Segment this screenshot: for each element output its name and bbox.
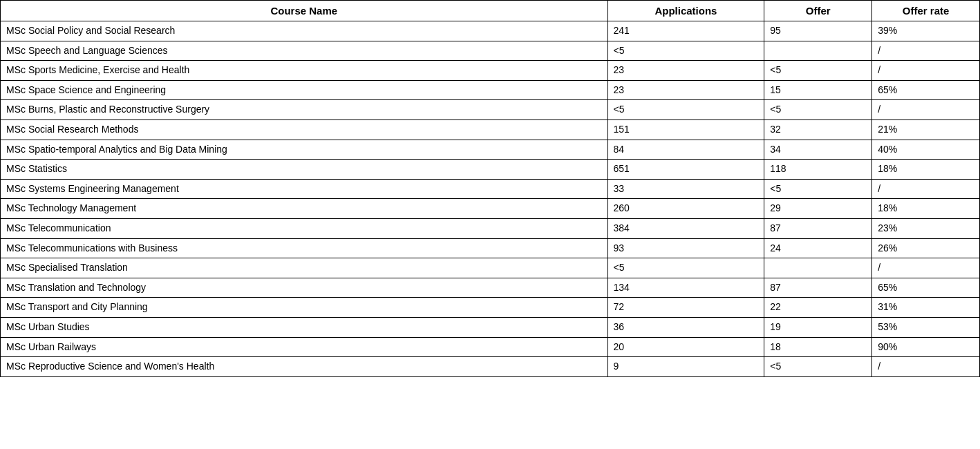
table-row: MSc Translation and Technology1348765% [1,278,980,298]
cell-3-2: 15 [764,80,872,100]
cell-10-0: MSc Telecommunication [1,218,608,238]
cell-7-2: 118 [764,160,872,180]
cell-10-3: 23% [872,218,980,238]
cell-15-1: 36 [607,317,764,337]
table-row: MSc Sports Medicine, Exercise and Health… [1,61,980,81]
table-row: MSc Systems Engineering Management33<5/ [1,179,980,199]
cell-17-0: MSc Reproductive Science and Women's Hea… [1,357,608,377]
cell-11-2: 24 [764,238,872,258]
header-offer: Offer [764,1,872,21]
cell-10-2: 87 [764,218,872,238]
cell-16-0: MSc Urban Railways [1,337,608,357]
cell-9-2: 29 [764,199,872,219]
table-row: MSc Space Science and Engineering231565% [1,80,980,100]
cell-4-2: <5 [764,100,872,120]
cell-5-1: 151 [607,120,764,140]
cell-11-0: MSc Telecommunications with Business [1,238,608,258]
cell-14-0: MSc Transport and City Planning [1,298,608,318]
table-row: MSc Spatio-temporal Analytics and Big Da… [1,140,980,160]
cell-10-1: 384 [607,218,764,238]
cell-12-2 [764,258,872,278]
cell-3-1: 23 [607,80,764,100]
cell-17-1: 9 [607,357,764,377]
table-row: MSc Statistics65111818% [1,160,980,180]
table-row: MSc Urban Railways201890% [1,337,980,357]
cell-16-3: 90% [872,337,980,357]
cell-4-1: <5 [607,100,764,120]
table-row: MSc Telecommunications with Business9324… [1,238,980,258]
table-row: MSc Urban Studies361953% [1,317,980,337]
cell-1-2 [764,41,872,61]
cell-13-0: MSc Translation and Technology [1,278,608,298]
cell-5-0: MSc Social Research Methods [1,120,608,140]
cell-8-2: <5 [764,179,872,199]
table-row: MSc Technology Management2602918% [1,199,980,219]
cell-8-0: MSc Systems Engineering Management [1,179,608,199]
cell-6-1: 84 [607,140,764,160]
cell-12-3: / [872,258,980,278]
cell-6-0: MSc Spatio-temporal Analytics and Big Da… [1,140,608,160]
cell-13-2: 87 [764,278,872,298]
cell-1-1: <5 [607,41,764,61]
cell-6-3: 40% [872,140,980,160]
cell-17-3: / [872,357,980,377]
cell-1-3: / [872,41,980,61]
cell-16-2: 18 [764,337,872,357]
header-course-name: Course Name [1,1,608,21]
courses-table: Course Name Applications Offer Offer rat… [0,0,980,377]
cell-2-0: MSc Sports Medicine, Exercise and Health [1,61,608,81]
cell-3-0: MSc Space Science and Engineering [1,80,608,100]
cell-0-0: MSc Social Policy and Social Research [1,21,608,41]
cell-9-1: 260 [607,199,764,219]
cell-8-3: / [872,179,980,199]
cell-14-3: 31% [872,298,980,318]
cell-9-0: MSc Technology Management [1,199,608,219]
table-row: MSc Social Policy and Social Research241… [1,21,980,41]
cell-13-3: 65% [872,278,980,298]
header-offer-rate: Offer rate [872,1,980,21]
cell-5-2: 32 [764,120,872,140]
table-row: MSc Telecommunication3848723% [1,218,980,238]
cell-5-3: 21% [872,120,980,140]
cell-6-2: 34 [764,140,872,160]
cell-11-3: 26% [872,238,980,258]
cell-14-2: 22 [764,298,872,318]
table-row: MSc Burns, Plastic and Reconstructive Su… [1,100,980,120]
cell-3-3: 65% [872,80,980,100]
cell-2-2: <5 [764,61,872,81]
cell-11-1: 93 [607,238,764,258]
table-row: MSc Specialised Translation<5/ [1,258,980,278]
cell-15-2: 19 [764,317,872,337]
main-container: Course Name Applications Offer Offer rat… [0,0,980,377]
table-row: MSc Reproductive Science and Women's Hea… [1,357,980,377]
cell-0-3: 39% [872,21,980,41]
cell-12-1: <5 [607,258,764,278]
table-row: MSc Transport and City Planning722231% [1,298,980,318]
cell-12-0: MSc Specialised Translation [1,258,608,278]
cell-13-1: 134 [607,278,764,298]
table-row: MSc Social Research Methods1513221% [1,120,980,140]
cell-9-3: 18% [872,199,980,219]
cell-15-3: 53% [872,317,980,337]
cell-7-0: MSc Statistics [1,160,608,180]
cell-17-2: <5 [764,357,872,377]
cell-15-0: MSc Urban Studies [1,317,608,337]
cell-4-3: / [872,100,980,120]
header-applications: Applications [607,1,764,21]
cell-14-1: 72 [607,298,764,318]
cell-0-2: 95 [764,21,872,41]
cell-2-3: / [872,61,980,81]
cell-2-1: 23 [607,61,764,81]
cell-8-1: 33 [607,179,764,199]
cell-4-0: MSc Burns, Plastic and Reconstructive Su… [1,100,608,120]
table-header-row: Course Name Applications Offer Offer rat… [1,1,980,21]
cell-7-1: 651 [607,160,764,180]
cell-0-1: 241 [607,21,764,41]
table-row: MSc Speech and Language Sciences<5/ [1,41,980,61]
cell-16-1: 20 [607,337,764,357]
cell-7-3: 18% [872,160,980,180]
cell-1-0: MSc Speech and Language Sciences [1,41,608,61]
